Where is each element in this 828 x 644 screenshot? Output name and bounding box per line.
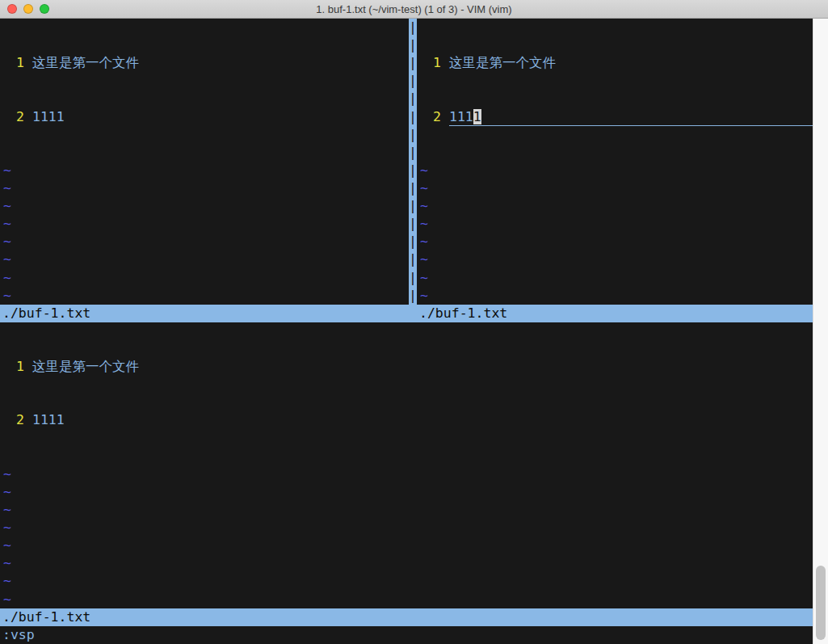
vim-pane-top-left[interactable]: 1这里是第一个文件 21111 ~~~~~~~~~~~~~~ [0,19,409,305]
tilde-row: ~ [3,519,813,537]
tilde-row: ~ [3,233,409,250]
separator-glyph: | [409,215,417,233]
minimize-button[interactable] [23,4,33,14]
separator-glyph: | [409,19,417,36]
vim-command-line[interactable]: :vsp [0,626,813,644]
separator-glyph: | [409,126,417,144]
tilde-row: ~ [3,287,409,305]
block-cursor: 1 [473,109,481,124]
buffer-line: 21111 [0,108,409,126]
tilde-row: ~ [3,465,813,483]
separator-glyph: | [409,144,417,162]
separator-glyph: | [409,36,417,54]
line-number: 1 [0,54,24,72]
buffer-line: 1这里是第一个文件 [0,358,813,376]
line-number: 2 [0,411,24,429]
tilde-row: ~ [3,250,409,268]
line-number: 1 [0,358,24,376]
line-text: 这里是第一个文件 [449,54,556,72]
statusline-top-right[interactable]: ./buf-1.txt [417,305,813,322]
separator-glyph: | [409,287,417,305]
separator-glyph: | [409,90,417,107]
separator-glyph: | [409,72,417,90]
buffer-line-cursor: 21111 [417,108,813,126]
traffic-lights [7,4,49,14]
line-number: 2 [0,108,24,126]
tilde-row: ~ [420,197,813,215]
vim-pane-bottom[interactable]: 1这里是第一个文件 21111 ~~~~~~~~~~~~~~ [0,322,813,608]
separator-glyph: | [409,269,417,287]
separator-glyph: | [409,197,417,215]
tilde-column: ~~~~~~~~~~~~~~ [0,162,409,305]
statusline-top-left[interactable]: ./buf-1.txt [0,305,417,322]
vertical-split-separator[interactable]: |||||||||||||||| [409,19,417,305]
tilde-row: ~ [420,233,813,250]
separator-glyph: | [409,162,417,179]
tilde-column: ~~~~~~~~~~~~~~ [417,162,813,305]
tilde-row: ~ [3,179,409,197]
tilde-row: ~ [3,162,409,179]
close-button[interactable] [7,4,17,14]
separator-glyph: | [409,233,417,250]
line-number-gap [24,54,32,72]
line-number-gap [24,358,32,376]
scrollbar-track[interactable] [813,19,828,644]
tilde-row: ~ [420,162,813,179]
macvim-window: 1. buf-1.txt (~/vim-test) (1 of 3) - VIM… [0,0,828,644]
statusline-bottom[interactable]: ./buf-1.txt [0,608,813,626]
tilde-row: ~ [420,269,813,287]
vim-editor: 1这里是第一个文件 21111 ~~~~~~~~~~~~~~ |||||||||… [0,19,813,644]
tilde-row: ~ [3,215,409,233]
line-number: 2 [417,108,441,126]
separator-glyph: | [409,108,417,126]
separator-glyph: | [409,250,417,268]
titlebar[interactable]: 1. buf-1.txt (~/vim-test) (1 of 3) - VIM… [0,0,828,19]
cursorline-underline [481,108,813,126]
tilde-row: ~ [3,483,813,501]
text-before-cursor: 111 [449,109,473,124]
tilde-row: ~ [3,197,409,215]
line-text: 这里是第一个文件 [32,54,139,72]
scrollbar-thumb[interactable] [816,566,826,640]
line-text: 1111 [32,411,65,429]
line-text: 这里是第一个文件 [32,358,139,376]
tilde-row: ~ [420,250,813,268]
tilde-row: ~ [420,179,813,197]
tilde-column: ~~~~~~~~~~~~~~ [0,465,813,608]
line-number-gap [24,411,32,429]
line-text: 1111 [449,108,481,126]
window-title: 1. buf-1.txt (~/vim-test) (1 of 3) - VIM… [316,3,511,15]
separator-glyph: | [409,54,417,72]
tilde-row: ~ [3,269,409,287]
vim-pane-top-right[interactable]: 1这里是第一个文件 21111 ~~~~~~~~~~~~~~ [417,19,813,305]
buffer-line: 1这里是第一个文件 [417,54,813,72]
tilde-row: ~ [3,572,813,590]
line-number-gap [441,54,449,72]
tilde-row: ~ [3,537,813,554]
line-number-gap [441,108,449,126]
tilde-row: ~ [3,591,813,608]
tilde-row: ~ [420,215,813,233]
line-text: 1111 [32,108,65,126]
tilde-row: ~ [3,554,813,572]
tilde-row: ~ [420,287,813,305]
tilde-row: ~ [3,501,813,519]
buffer-line: 21111 [0,411,813,429]
line-number-gap [24,108,32,126]
buffer-line: 1这里是第一个文件 [0,54,409,72]
zoom-button[interactable] [40,4,49,14]
line-number: 1 [417,54,441,72]
separator-glyph: | [409,179,417,197]
